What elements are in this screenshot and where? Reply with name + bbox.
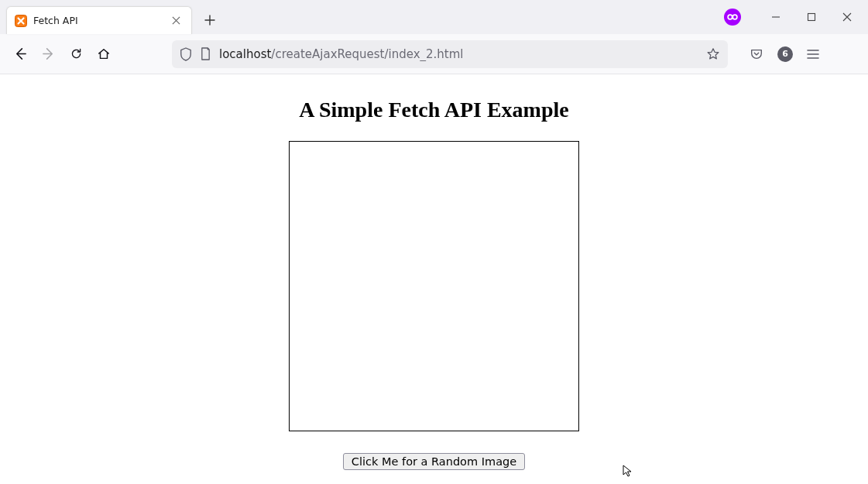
bookmark-star-icon[interactable] [706,47,720,61]
content-viewport: A Simple Fetch API Example Click Me for … [0,74,868,484]
random-image-button[interactable]: Click Me for a Random Image [343,453,525,470]
window-minimize-button[interactable] [758,0,794,34]
url-text: localhost/createAjaxRequest/index_2.html [219,47,698,61]
page-info-icon[interactable] [200,47,211,60]
app-menu-button[interactable] [807,49,819,60]
mouse-cursor-icon [623,465,635,477]
tab-title: Fetch API [33,15,162,26]
nav-reload-button[interactable] [62,40,90,68]
page-root: A Simple Fetch API Example Click Me for … [0,74,868,470]
nav-back-button[interactable] [6,40,34,68]
window-close-button[interactable] [829,0,865,34]
browser-toolbar: localhost/createAjaxRequest/index_2.html… [0,34,868,74]
xampp-icon [15,15,27,27]
titlebar-controls [724,0,868,34]
nav-home-button[interactable] [90,40,118,68]
toolbar-right: 6 [737,46,827,62]
svg-point-2 [732,15,737,19]
browser-tab-active[interactable]: Fetch API [6,6,192,34]
pocket-icon[interactable] [750,47,763,61]
svg-rect-3 [808,14,815,21]
tab-strip: Fetch API [0,0,868,34]
url-bar[interactable]: localhost/createAjaxRequest/index_2.html [172,40,728,68]
tracking-shield-icon[interactable] [180,47,192,61]
image-placeholder-box [289,141,579,431]
nav-forward-button[interactable] [34,40,62,68]
page-heading: A Simple Fetch API Example [0,98,868,122]
extension-badge-icon[interactable] [724,9,741,26]
notification-count-badge[interactable]: 6 [777,46,793,62]
window-maximize-button[interactable] [794,0,829,34]
svg-point-1 [728,15,732,19]
new-tab-button[interactable] [198,9,221,32]
tab-close-button[interactable] [168,13,184,29]
url-host: localhost [219,47,271,61]
url-path: /createAjaxRequest/index_2.html [271,47,463,61]
